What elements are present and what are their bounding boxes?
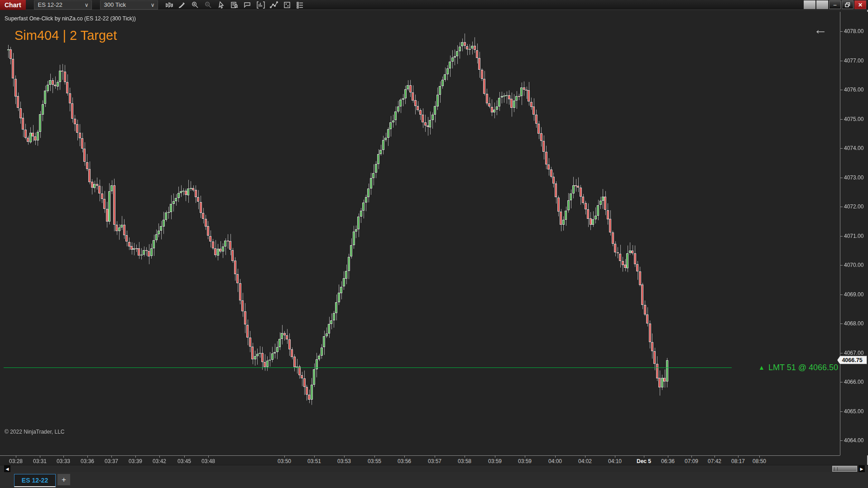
price-axis-label: 4076.00 — [844, 87, 863, 93]
time-axis-label: 03:28 — [9, 458, 23, 464]
time-axis-label: 03:50 — [278, 458, 291, 464]
time-tick — [555, 456, 556, 458]
time-tick — [585, 456, 585, 458]
properties-icon[interactable] — [296, 1, 305, 9]
time-axis-label: 03:37 — [105, 458, 118, 464]
ninjatrader-chart-window: Chart ES 12-22 ∨ 300 Tick ∨ — [0, 0, 868, 488]
limit-order-line[interactable] — [4, 367, 732, 368]
draw-icon[interactable] — [177, 1, 187, 9]
price-tick — [840, 411, 843, 412]
tag-icon[interactable] — [243, 1, 252, 9]
interval-dropdown-value: 300 Tick — [104, 1, 126, 8]
candlestick-canvas[interactable] — [0, 12, 840, 455]
price-tick — [840, 440, 843, 441]
scroll-left-button[interactable]: ◀ — [4, 465, 10, 472]
price-axis-label: 4078.00 — [844, 28, 863, 34]
tab-bar: ES 12-22 + — [0, 472, 868, 488]
time-axis-label: 04:02 — [578, 458, 592, 464]
time-axis-label: 04:00 — [548, 458, 562, 464]
time-tick — [111, 456, 112, 458]
indicator-header: Superfast One-Click by ninZa.co (ES 12-2… — [5, 15, 136, 22]
price-tick — [840, 265, 843, 266]
time-axis-label: 06:36 — [661, 458, 675, 464]
time-tick — [759, 456, 760, 458]
scroll-right-button[interactable]: ▶ — [858, 465, 865, 472]
price-tick — [840, 353, 843, 353]
strategy-icon[interactable] — [283, 1, 292, 9]
price-tick — [840, 90, 843, 90]
price-tick — [840, 236, 843, 237]
price-axis-label: 4065.00 — [844, 408, 863, 415]
time-axis-label: 03:48 — [201, 458, 215, 464]
time-tick — [63, 456, 64, 458]
horizontal-scrollbar[interactable]: ◀ ▶ — [0, 465, 868, 472]
zoom-in-icon[interactable] — [191, 1, 200, 9]
close-icon[interactable]: ✕ — [854, 0, 866, 9]
back-arrow-icon[interactable]: ← — [814, 22, 827, 37]
time-axis-label: 07:42 — [708, 458, 721, 464]
time-tick — [715, 456, 715, 458]
chart-trader-icon[interactable] — [256, 1, 265, 9]
window-controls: – ✕ — [804, 0, 866, 9]
time-axis[interactable]: 03:2803:3103:3303:3603:3703:3903:4203:45… — [0, 455, 840, 465]
time-axis-label: 03:31 — [33, 458, 47, 464]
last-price-marker: 4066.75 — [837, 356, 867, 364]
window-blank-button-2[interactable] — [816, 0, 828, 9]
time-tick — [644, 456, 644, 458]
data-box-icon[interactable] — [230, 1, 239, 9]
cursor-icon[interactable] — [217, 1, 226, 9]
scrollbar-thumb[interactable] — [832, 466, 857, 472]
price-axis-label: 4066.00 — [844, 379, 863, 385]
zoom-out-icon[interactable] — [204, 1, 213, 9]
price-axis[interactable]: 4066.75 4078.004077.004076.004075.004074… — [840, 12, 868, 455]
time-axis-label: 03:53 — [337, 458, 351, 464]
time-axis-label: 08:17 — [731, 458, 745, 464]
chevron-down-icon: ∨ — [151, 2, 155, 8]
window-blank-button-1[interactable] — [804, 0, 815, 9]
instrument-dropdown[interactable]: ES 12-22 ∨ — [34, 0, 92, 10]
time-axis-label: Dec 5 — [637, 458, 651, 464]
price-axis-label: 4067.00 — [844, 350, 863, 356]
time-tick — [374, 456, 375, 458]
price-tick — [840, 207, 843, 207]
time-axis-label: 03:45 — [177, 458, 191, 464]
chart-menu-badge[interactable]: Chart — [0, 0, 26, 10]
price-tick — [840, 61, 843, 61]
price-axis-label: 4069.00 — [844, 291, 863, 298]
time-tick — [404, 456, 405, 458]
time-tick — [159, 456, 160, 458]
price-axis-label: 4074.00 — [844, 145, 863, 151]
time-tick — [208, 456, 209, 458]
time-tick — [615, 456, 615, 458]
limit-order-label[interactable]: ▲ LMT 51 @ 4066.50 — [758, 362, 838, 373]
time-tick — [495, 456, 495, 458]
chart-style-icon[interactable] — [164, 1, 173, 9]
chevron-down-icon: ∨ — [85, 2, 89, 8]
price-axis-label: 4075.00 — [844, 116, 863, 122]
time-tick — [691, 456, 692, 458]
minimize-button[interactable]: – — [829, 0, 841, 9]
time-axis-label: 03:59 — [518, 458, 532, 464]
interval-dropdown[interactable]: 300 Tick ∨ — [100, 0, 158, 10]
time-axis-label: 07:09 — [685, 458, 698, 464]
restore-button[interactable] — [842, 0, 854, 9]
chart-plot-area[interactable]: Superfast One-Click by ninZa.co (ES 12-2… — [0, 12, 840, 455]
tab-es-12-22[interactable]: ES 12-22 — [14, 474, 56, 487]
time-tick — [87, 456, 88, 458]
price-axis-label: 4073.00 — [844, 174, 863, 181]
add-tab-button[interactable]: + — [58, 474, 70, 485]
price-axis-label: 4072.00 — [844, 203, 863, 210]
time-tick — [40, 456, 40, 458]
limit-order-text: LMT 51 @ 4066.50 — [768, 363, 838, 372]
price-tick — [840, 295, 843, 295]
time-tick — [184, 456, 185, 458]
trend-channel-icon[interactable] — [269, 1, 278, 9]
price-axis-label: 4064.00 — [844, 437, 863, 444]
time-axis-label: 03:51 — [307, 458, 321, 464]
toolbar-icons — [164, 1, 305, 9]
price-axis-label: 4068.00 — [844, 320, 863, 327]
time-axis-label: 08:50 — [753, 458, 766, 464]
time-axis-label: 03:36 — [81, 458, 94, 464]
time-tick — [525, 456, 525, 458]
price-tick — [840, 119, 843, 120]
